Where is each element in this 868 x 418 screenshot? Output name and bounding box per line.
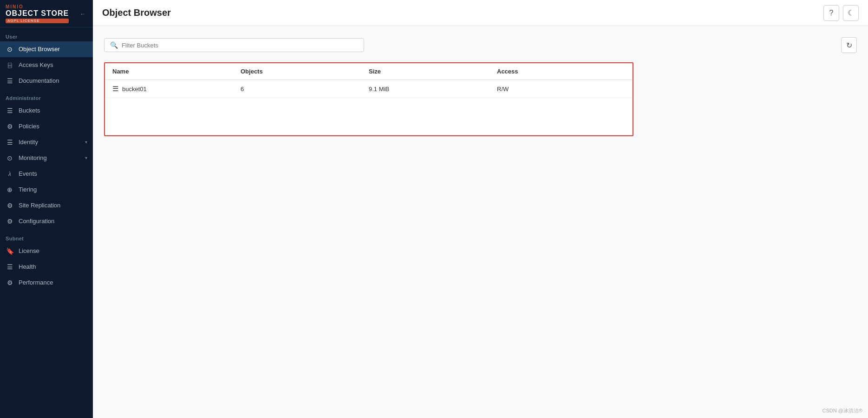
sidebar-item-label: Policies	[19, 123, 87, 130]
object-browser-icon: ⊙	[6, 45, 14, 53]
sidebar-item-access-keys[interactable]: ⌸ Access Keys	[0, 57, 93, 73]
search-icon: 🔍	[110, 41, 118, 49]
sidebar-item-label: Site Replication	[19, 202, 87, 209]
configuration-icon: ⚙	[6, 217, 14, 226]
logo-area: MINIO OBJECT STORE AGPL LICENSE ←	[0, 0, 93, 27]
tiering-icon: ⊕	[6, 186, 14, 194]
col-header-name: Name	[112, 68, 241, 75]
sidebar-item-label: Performance	[19, 279, 87, 286]
sidebar-item-label: Events	[19, 170, 87, 177]
events-icon: λ	[6, 170, 14, 178]
footer-credit: CSDN @冰洪洁®	[822, 407, 863, 414]
sidebar-item-tiering[interactable]: ⊕ Tiering	[0, 182, 93, 198]
buckets-icon: ☰	[6, 106, 14, 115]
buckets-table: Name Objects Size Access ☰ bucket01 6 9.…	[104, 62, 633, 136]
bucket-icon: ☰	[112, 85, 118, 93]
cell-access: R/W	[497, 86, 625, 93]
topbar: Object Browser ? ☾	[93, 0, 868, 26]
cell-objects: 6	[241, 86, 369, 93]
performance-icon: ⚙	[6, 279, 14, 287]
sidebar-section-user: User	[0, 27, 93, 41]
sidebar-item-label: Health	[19, 263, 87, 270]
sidebar-collapse-button[interactable]: ←	[78, 10, 87, 18]
sidebar-item-performance[interactable]: ⚙ Performance	[0, 275, 93, 291]
logo-license: AGPL LICENSE	[6, 19, 69, 23]
col-header-size: Size	[369, 68, 497, 75]
main-content: Object Browser ? ☾ 🔍 ↻ Name Objects Si	[93, 0, 868, 418]
sidebar-item-events[interactable]: λ Events	[0, 166, 93, 182]
sidebar-item-license[interactable]: 🔖 License	[0, 243, 93, 259]
sidebar-item-label: Object Browser	[19, 46, 87, 53]
monitoring-icon: ⊙	[6, 154, 14, 162]
cell-size: 9.1 MiB	[369, 86, 497, 93]
chevron-down-icon: ▾	[85, 139, 87, 145]
theme-icon: ☾	[848, 8, 854, 17]
table-row[interactable]: ☰ bucket01 6 9.1 MiB R/W	[105, 80, 633, 98]
help-icon: ?	[829, 9, 834, 17]
chevron-down-icon: ▾	[85, 155, 87, 160]
access-keys-icon: ⌸	[6, 61, 14, 69]
logo: MINIO OBJECT STORE AGPL LICENSE	[6, 5, 69, 23]
theme-toggle-button[interactable]: ☾	[843, 5, 859, 21]
sidebar-item-policies[interactable]: ⚙ Policies	[0, 119, 93, 134]
sidebar-item-documentation[interactable]: ☰ Documentation	[0, 73, 93, 89]
identity-icon: ☰	[6, 138, 14, 146]
sidebar-item-label: Configuration	[19, 218, 87, 225]
table-header: Name Objects Size Access	[105, 63, 633, 80]
sidebar-item-identity[interactable]: ☰ Identity ▾	[0, 134, 93, 150]
page-title: Object Browser	[102, 7, 171, 18]
sidebar-item-configuration[interactable]: ⚙ Configuration	[0, 213, 93, 229]
sidebar-item-label: Identity	[19, 139, 80, 146]
sidebar-item-site-replication[interactable]: ⚙ Site Replication	[0, 198, 93, 213]
sidebar-item-monitoring[interactable]: ⊙ Monitoring ▾	[0, 150, 93, 166]
sidebar-item-label: Tiering	[19, 186, 87, 193]
filter-input-wrap: 🔍	[104, 38, 364, 52]
sidebar-item-label: License	[19, 247, 87, 254]
logo-product: OBJECT STORE	[6, 9, 69, 18]
table-empty-space	[105, 98, 633, 135]
sidebar-item-label: Monitoring	[19, 154, 80, 161]
documentation-icon: ☰	[6, 77, 14, 85]
filter-bar: 🔍 ↻	[104, 37, 857, 53]
license-icon: 🔖	[6, 247, 14, 255]
sidebar: MINIO OBJECT STORE AGPL LICENSE ← User ⊙…	[0, 0, 93, 418]
filter-buckets-input[interactable]	[122, 42, 358, 49]
policies-icon: ⚙	[6, 122, 14, 131]
sidebar-item-buckets[interactable]: ☰ Buckets	[0, 103, 93, 119]
sidebar-item-label: Buckets	[19, 107, 87, 114]
col-header-access: Access	[497, 68, 625, 75]
health-icon: ☰	[6, 263, 14, 271]
sidebar-item-health[interactable]: ☰ Health	[0, 259, 93, 275]
sidebar-section-administrator: Administrator	[0, 89, 93, 103]
logo-brand: MINIO	[6, 5, 69, 9]
refresh-button[interactable]: ↻	[841, 37, 857, 53]
help-button[interactable]: ?	[823, 5, 839, 21]
sidebar-item-object-browser[interactable]: ⊙ Object Browser	[0, 41, 93, 57]
topbar-actions: ? ☾	[823, 5, 859, 21]
site-replication-icon: ⚙	[6, 201, 14, 210]
sidebar-section-subnet: Subnet	[0, 229, 93, 243]
content-area: 🔍 ↻ Name Objects Size Access ☰ bucket01 …	[93, 26, 868, 418]
sidebar-item-label: Documentation	[19, 77, 87, 84]
cell-name: ☰ bucket01	[112, 85, 241, 93]
col-header-objects: Objects	[241, 68, 369, 75]
refresh-icon: ↻	[846, 41, 852, 50]
sidebar-item-label: Access Keys	[19, 61, 87, 68]
